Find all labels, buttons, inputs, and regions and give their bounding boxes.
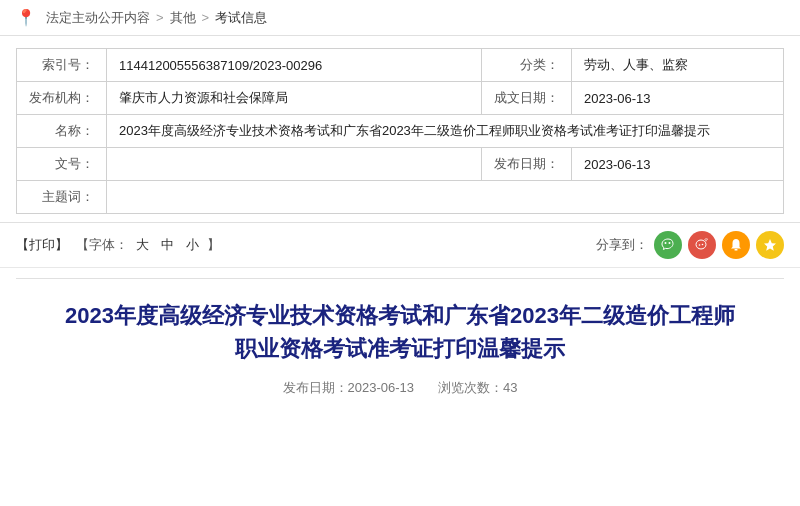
bell-icon (729, 238, 743, 252)
toolbar-right: 分享到： (596, 231, 784, 259)
pin-icon: 📍 (16, 8, 36, 27)
info-table-wrap: 索引号： 114412005556387109/2023-00296 分类： 劳… (0, 36, 800, 222)
info-row-3: 文号： 发布日期： 2023-06-13 (17, 148, 784, 181)
created-date-value: 2023-06-13 (571, 82, 783, 115)
info-row-1: 发布机构： 肇庆市人力资源和社会保障局 成文日期： 2023-06-13 (17, 82, 784, 115)
svg-marker-5 (764, 239, 776, 251)
category-label: 分类： (481, 49, 571, 82)
info-row-0: 索引号： 114412005556387109/2023-00296 分类： 劳… (17, 49, 784, 82)
article-views: 浏览次数：43 (438, 379, 517, 397)
breadcrumb-item-0[interactable]: 法定主动公开内容 (46, 9, 150, 27)
toolbar-left: 【打印】 【字体： 大 中 小 】 (16, 236, 220, 254)
font-small-button[interactable]: 小 (186, 236, 199, 254)
category-value: 劳动、人事、监察 (571, 49, 783, 82)
publisher-label: 发布机构： (17, 82, 107, 115)
doc-num-value (107, 148, 482, 181)
article-section: 2023年度高级经济专业技术资格考试和广东省2023年二级造价工程师职业资格考试… (0, 279, 800, 413)
weibo-icon (694, 237, 710, 253)
font-label: 【字体： (76, 236, 128, 254)
print-button[interactable]: 【打印】 (16, 236, 68, 254)
svg-point-0 (665, 242, 667, 244)
share-favorite-button[interactable] (756, 231, 784, 259)
info-table: 索引号： 114412005556387109/2023-00296 分类： 劳… (16, 48, 784, 214)
breadcrumb-item-1[interactable]: 其他 (170, 9, 196, 27)
svg-point-3 (702, 244, 704, 246)
svg-rect-4 (735, 249, 738, 251)
svg-point-1 (669, 242, 671, 244)
keywords-label: 主题词： (17, 181, 107, 214)
star-icon (763, 238, 777, 252)
share-label: 分享到： (596, 236, 648, 254)
info-row-2: 名称： 2023年度高级经济专业技术资格考试和广东省2023年二级造价工程师职业… (17, 115, 784, 148)
publish-date-label: 发布日期： (481, 148, 571, 181)
breadcrumb-sep-1: > (202, 10, 210, 25)
font-sizes: 大 中 小 (136, 236, 199, 254)
toolbar: 【打印】 【字体： 大 中 小 】 分享到： (0, 222, 800, 268)
article-meta: 发布日期：2023-06-13 浏览次数：43 (60, 379, 740, 397)
share-weibo-button[interactable] (688, 231, 716, 259)
breadcrumb: 📍 法定主动公开内容 > 其他 > 考试信息 (0, 0, 800, 36)
publisher-value: 肇庆市人力资源和社会保障局 (107, 82, 482, 115)
info-row-4: 主题词： (17, 181, 784, 214)
svg-point-2 (699, 244, 701, 246)
publish-date-value: 2023-06-13 (571, 148, 783, 181)
wechat-icon (660, 237, 676, 253)
font-large-button[interactable]: 大 (136, 236, 149, 254)
name-value: 2023年度高级经济专业技术资格考试和广东省2023年二级造价工程师职业资格考试… (107, 115, 784, 148)
doc-num-label: 文号： (17, 148, 107, 181)
keywords-value (107, 181, 784, 214)
font-medium-button[interactable]: 中 (161, 236, 174, 254)
share-qzone-button[interactable] (722, 231, 750, 259)
index-label: 索引号： (17, 49, 107, 82)
article-title: 2023年度高级经济专业技术资格考试和广东省2023年二级造价工程师职业资格考试… (60, 299, 740, 365)
font-close: 】 (207, 236, 220, 254)
index-value: 114412005556387109/2023-00296 (107, 49, 482, 82)
article-publish-date: 发布日期：2023-06-13 (283, 379, 415, 397)
name-label: 名称： (17, 115, 107, 148)
created-date-label: 成文日期： (481, 82, 571, 115)
breadcrumb-sep-0: > (156, 10, 164, 25)
breadcrumb-item-2: 考试信息 (215, 9, 267, 27)
share-wechat-button[interactable] (654, 231, 682, 259)
